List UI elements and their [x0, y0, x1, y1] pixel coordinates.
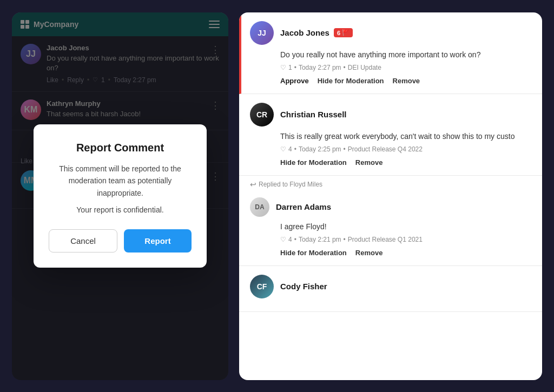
author-info: Darren Adams [276, 202, 331, 212]
list-item: ↩ Replied to Floyd Miles DA Darren Adams… [239, 176, 542, 266]
modal-overlay: Report Comment This comment will be repo… [12, 12, 228, 380]
mod-item-header: CF Cody Fisher [250, 275, 531, 298]
mod-meta: ♡ 1 • Today 2:27 pm • DEI Update [250, 64, 531, 71]
timestamp: Today 2:25 pm [299, 145, 341, 153]
flag-badge: 6 🚩 [334, 28, 353, 37]
left-panel: MyCompany JJ Jacob Jones Do you really n… [12, 12, 228, 380]
hide-for-moderation-button[interactable]: Hide for Moderation [280, 158, 347, 167]
right-panel: JJ Jacob Jones 6 🚩 Do you really not hav… [239, 12, 542, 380]
cancel-button[interactable]: Cancel [49, 229, 117, 253]
modal-confidential: Your report is confidential. [49, 205, 192, 214]
comment-text: Do you really not have anything more imp… [250, 49, 531, 61]
flag-count: 6 [337, 30, 340, 36]
remove-button[interactable]: Remove [393, 77, 420, 85]
list-item: CF Cody Fisher [239, 266, 542, 312]
mod-item-header: JJ Jacob Jones 6 🚩 [250, 21, 531, 45]
darren-comment: DA Darren Adams I agree Floyd! ♡ 4 • Tod… [239, 189, 542, 266]
moderation-list: JJ Jacob Jones 6 🚩 Do you really not hav… [239, 12, 542, 380]
mod-item-header: DA Darren Adams [250, 197, 531, 217]
comment-text: I agree Floyd! [250, 221, 531, 232]
mod-action-buttons: Hide for Moderation Remove [250, 249, 531, 257]
replied-to: ↩ Replied to Floyd Miles [239, 176, 542, 189]
flag-icon: 🚩 [342, 29, 349, 36]
like-count: 4 [288, 145, 292, 153]
modal-body: This comment will be reported to the mod… [49, 163, 192, 199]
comment-author: Jacob Jones [280, 28, 329, 37]
avatar: CF [250, 275, 274, 298]
comment-author: Darren Adams [276, 202, 331, 211]
avatar: DA [250, 197, 269, 217]
remove-button[interactable]: Remove [355, 249, 383, 257]
report-comment-modal: Report Comment This comment will be repo… [34, 124, 207, 268]
like-count: 4 [288, 236, 292, 243]
remove-button[interactable]: Remove [355, 158, 383, 167]
modal-title: Report Comment [49, 142, 192, 154]
comment-author: Christian Russell [280, 110, 347, 119]
channel: Product Release Q1 2021 [348, 236, 423, 243]
hide-for-moderation-button[interactable]: Hide for Moderation [280, 249, 347, 257]
mod-item-header: CR Christian Russell [250, 103, 531, 127]
author-row: Jacob Jones 6 🚩 [280, 28, 353, 37]
list-item: JJ Jacob Jones 6 🚩 Do you really not hav… [239, 12, 542, 94]
report-button[interactable]: Report [124, 229, 192, 253]
like-count: 1 [288, 64, 292, 71]
comment-author: Cody Fisher [280, 282, 327, 291]
author-info: Cody Fisher [280, 282, 327, 291]
list-item: CR Christian Russell This is really grea… [239, 94, 542, 176]
mod-meta: ♡ 4 • Today 2:21 pm • Product Release Q1… [250, 236, 531, 243]
channel: DEI Update [348, 64, 381, 71]
mod-action-buttons: Approve Hide for Moderation Remove [250, 77, 531, 85]
approve-button[interactable]: Approve [280, 77, 309, 85]
mod-action-buttons: Hide for Moderation Remove [250, 158, 531, 167]
avatar: CR [250, 103, 274, 127]
mod-meta: ♡ 4 • Today 2:25 pm • Product Release Q4… [250, 145, 531, 153]
replied-to-text: Replied to Floyd Miles [259, 181, 322, 188]
modal-buttons: Cancel Report [49, 229, 192, 253]
timestamp: Today 2:21 pm [299, 236, 341, 243]
comment-text: This is really great work everybody, can… [250, 131, 531, 142]
channel: Product Release Q4 2022 [348, 145, 423, 153]
heart-icon: ♡ [280, 236, 286, 243]
author-info: Christian Russell [280, 110, 347, 119]
author-info: Jacob Jones 6 🚩 [280, 28, 353, 37]
heart-icon: ♡ [280, 64, 286, 71]
avatar: JJ [250, 21, 274, 45]
reply-arrow-icon: ↩ [250, 180, 256, 189]
timestamp: Today 2:27 pm [299, 64, 341, 71]
hide-for-moderation-button[interactable]: Hide for Moderation [318, 77, 384, 85]
heart-icon: ♡ [280, 145, 286, 153]
